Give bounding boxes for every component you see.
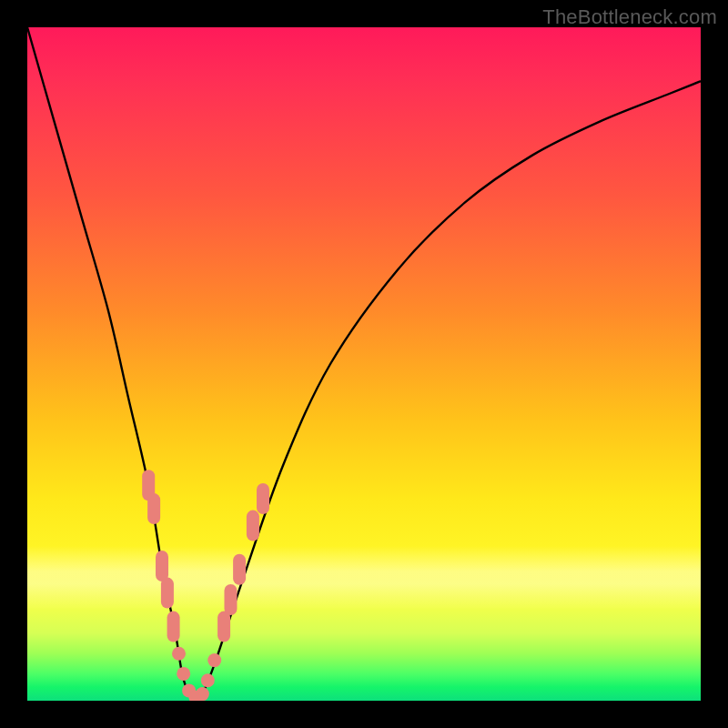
chart-frame: TheBottleneck.com	[0, 0, 728, 728]
plot-background	[27, 27, 701, 701]
watermark-text: TheBottleneck.com	[542, 5, 717, 29]
